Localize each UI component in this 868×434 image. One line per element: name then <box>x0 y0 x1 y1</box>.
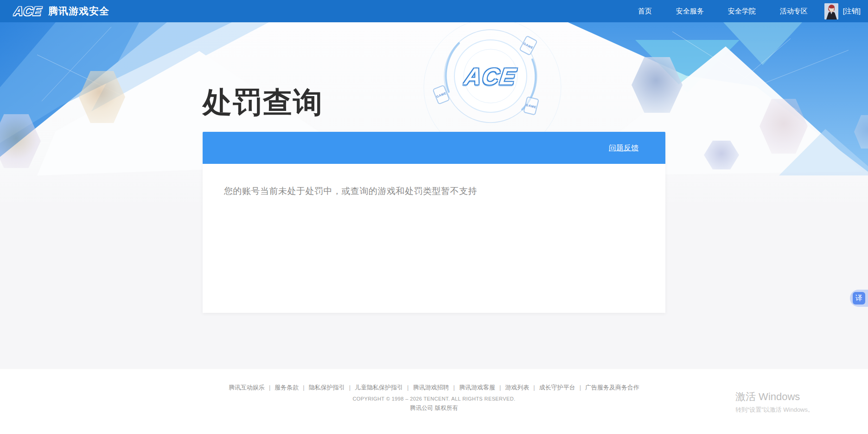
link-separator: | <box>303 384 304 391</box>
footer-links: 腾讯互动娱乐|服务条款|隐私保护指引|儿童隐私保护指引|腾讯游戏招聘|腾讯游戏客… <box>0 383 868 392</box>
nav-item-home[interactable]: 首页 <box>638 7 652 16</box>
feedback-link[interactable]: 问题反馈 <box>609 143 638 153</box>
footer: 腾讯互动娱乐|服务条款|隐私保护指引|儿童隐私保护指引|腾讯游戏招聘|腾讯游戏客… <box>0 369 868 434</box>
footer-link[interactable]: 游戏列表 <box>505 384 529 391</box>
translate-button[interactable]: 译 <box>850 290 868 307</box>
copyright-english: COPYRIGHT © 1998 – 2026 TENCENT. ALL RIG… <box>0 396 868 402</box>
site-logo[interactable]: ACE 腾讯游戏安全 <box>14 4 109 19</box>
nav-item-security-academy[interactable]: 安全学院 <box>728 7 756 16</box>
nav-links: 首页安全服务安全学院活动专区 <box>638 7 808 16</box>
avatar[interactable] <box>824 3 838 19</box>
footer-link[interactable]: 服务条款 <box>274 384 299 391</box>
link-separator: | <box>533 384 535 391</box>
link-separator: | <box>580 384 581 391</box>
logout-link[interactable]: [注销] <box>843 7 861 16</box>
card-header: 问题反馈 <box>203 132 665 164</box>
footer-link[interactable]: 儿童隐私保护指引 <box>355 384 403 391</box>
footer-link[interactable]: 腾讯互动娱乐 <box>229 384 265 391</box>
footer-link[interactable]: 广告服务及商务合作 <box>585 384 639 391</box>
link-separator: | <box>407 384 408 391</box>
ace-logo-icon: ACE <box>13 4 42 19</box>
emblem-ace-text: ACE <box>463 63 518 90</box>
query-result-card: 问题反馈 您的账号当前未处于处罚中，或查询的游戏和处罚类型暂不支持 <box>203 132 665 313</box>
top-navbar: ACE 腾讯游戏安全 首页安全服务安全学院活动专区 [注销] <box>0 0 868 22</box>
footer-link[interactable]: 腾讯游戏客服 <box>459 384 495 391</box>
page: ACE 腾讯游戏安全 首页安全服务安全学院活动专区 [注销] <box>0 0 868 434</box>
navbar-right: 首页安全服务安全学院活动专区 [注销] <box>638 0 861 22</box>
hero-ace-emblem: ACE GAME GAME GAME <box>431 27 550 127</box>
card-body: 您的账号当前未处于处罚中，或查询的游戏和处罚类型暂不支持 <box>203 164 665 313</box>
link-separator: | <box>499 384 501 391</box>
link-separator: | <box>349 384 351 391</box>
footer-link[interactable]: 成长守护平台 <box>539 384 575 391</box>
footer-link[interactable]: 隐私保护指引 <box>309 384 345 391</box>
page-title: 处罚查询 <box>203 83 323 123</box>
nav-item-security-services[interactable]: 安全服务 <box>676 7 704 16</box>
site-logo-text: 腾讯游戏安全 <box>48 5 109 18</box>
link-separator: | <box>269 384 270 391</box>
footer-link[interactable]: 腾讯游戏招聘 <box>413 384 449 391</box>
avatar-image <box>824 3 838 19</box>
link-separator: | <box>453 384 455 391</box>
nav-item-activity-zone[interactable]: 活动专区 <box>780 7 808 16</box>
query-result-message: 您的账号当前未处于处罚中，或查询的游戏和处罚类型暂不支持 <box>203 164 665 197</box>
translate-icon: 译 <box>853 292 865 304</box>
copyright-chinese: 腾讯公司 版权所有 <box>0 404 868 412</box>
